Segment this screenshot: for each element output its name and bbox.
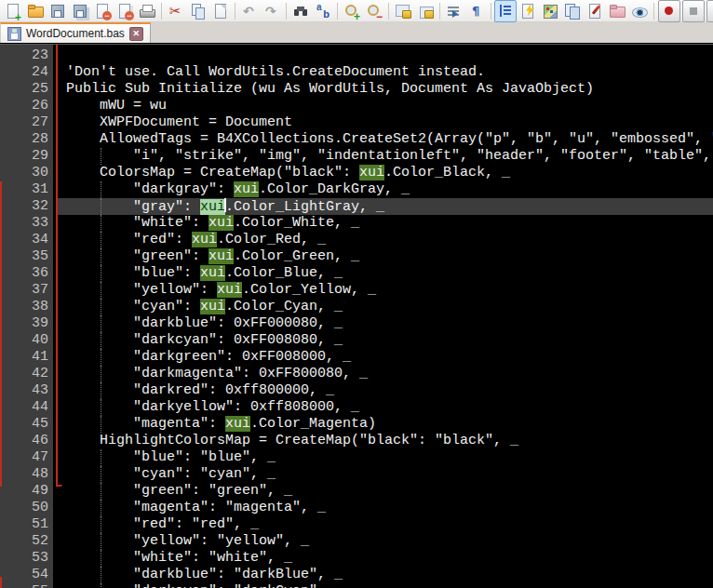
close-all-files-button[interactable] (114, 0, 136, 22)
zoom-in-button[interactable] (341, 0, 363, 22)
code-line[interactable]: "yellow": "yellow", _ (58, 533, 713, 550)
code-line[interactable]: "cyan": "cyan", _ (58, 466, 713, 483)
code-area[interactable]: 'Don't use. Call WordUtils.CreateDocumen… (58, 45, 713, 588)
close-tab-icon[interactable]: ✕ (129, 27, 143, 41)
line-number[interactable]: 31 (0, 181, 53, 198)
lock-all-button[interactable] (414, 0, 437, 22)
redo-button[interactable] (261, 0, 283, 22)
code-line[interactable]: "darkred": 0xff800000, _ (58, 382, 713, 399)
line-number[interactable]: 51 (0, 516, 53, 533)
code-line[interactable]: mWU = wu (58, 98, 713, 114)
code-line[interactable]: "green": "green", _ (58, 483, 713, 500)
code-line[interactable]: "magenta": xui.Color_Magenta) (58, 416, 713, 433)
code-line[interactable]: "darkcyan": 0xFF008080, _ (58, 332, 713, 349)
code-line[interactable]: Public Sub Initialize (wu As WordUtils, … (58, 81, 713, 98)
code-line[interactable]: "blue": "blue", _ (58, 449, 713, 466)
code-line[interactable]: "darkblue": "darkBlue", _ (58, 567, 713, 583)
cut-button[interactable] (165, 0, 187, 22)
line-number[interactable]: 32 (0, 198, 53, 215)
line-number[interactable]: 46 (0, 433, 53, 449)
code-line[interactable] (58, 47, 713, 64)
paste-button[interactable] (209, 0, 232, 22)
outline-button[interactable] (494, 0, 517, 22)
tab-worddocument[interactable]: WordDocument.bas ✕ (0, 22, 151, 43)
designer-button[interactable] (539, 0, 561, 22)
line-number[interactable]: 30 (0, 165, 53, 181)
code-line[interactable]: AllowedTags = B4XCollections.CreateSet2(… (58, 131, 713, 148)
line-number[interactable]: 36 (0, 265, 53, 282)
line-number[interactable]: 26 (0, 98, 53, 114)
line-number[interactable]: 34 (0, 232, 53, 248)
wrap-lines-button[interactable] (443, 0, 465, 22)
line-number[interactable]: 35 (0, 248, 53, 265)
line-number[interactable]: 27 (0, 114, 53, 131)
line-number[interactable]: 24 (0, 64, 53, 81)
code-line[interactable]: "darkgreen": 0xFF008000, _ (58, 349, 713, 366)
code-line[interactable]: "yellow": xui.Color_Yellow, _ (58, 282, 713, 299)
print-button[interactable] (136, 0, 158, 22)
save-all-button[interactable] (69, 0, 91, 22)
new-file-button[interactable] (2, 0, 24, 22)
line-number[interactable]: 25 (0, 81, 53, 98)
save-button[interactable] (47, 0, 69, 22)
line-number[interactable]: 29 (0, 148, 53, 165)
line-number[interactable]: 50 (0, 500, 53, 516)
edit-script-button[interactable] (584, 0, 606, 22)
open-folder-button[interactable] (24, 0, 47, 22)
line-number[interactable]: 53 (0, 550, 53, 567)
find-button[interactable] (289, 0, 312, 22)
line-number[interactable]: 44 (0, 399, 53, 416)
code-line[interactable]: "darkyellow": 0xff808000, _ (58, 399, 713, 416)
code-editor[interactable]: 2324252627282930313233343536373839404142… (0, 44, 713, 588)
line-number[interactable]: 47 (0, 449, 53, 466)
line-number[interactable]: 39 (0, 315, 53, 332)
paragraph-marks-button[interactable] (465, 0, 488, 22)
code-line[interactable]: "red": "red", _ (58, 516, 713, 533)
code-line[interactable]: "white": "white", _ (58, 550, 713, 567)
undo-button[interactable] (238, 0, 261, 22)
code-line[interactable]: "darkcyan": "darkCyan", _ (58, 583, 713, 588)
zoom-out-button[interactable] (363, 0, 385, 22)
code-line[interactable]: 'Don't use. Call WordUtils.CreateDocumen… (58, 64, 713, 81)
preview-button[interactable] (628, 0, 651, 22)
code-line[interactable]: HighlightColorsMap = CreateMap("black": … (58, 433, 713, 449)
line-number[interactable]: 37 (0, 282, 53, 299)
line-number[interactable]: 54 (0, 567, 53, 583)
code-line[interactable]: "blue": xui.Color_Blue, _ (58, 265, 713, 282)
line-number-gutter[interactable]: 2324252627282930313233343536373839404142… (0, 45, 53, 588)
code-line[interactable]: "white": xui.Color_White, _ (58, 215, 713, 232)
line-number[interactable]: 41 (0, 349, 53, 366)
code-line[interactable]: ColorsMap = CreateMap("black": xui.Color… (58, 165, 713, 181)
code-line[interactable]: XWPFDocument = Document (58, 114, 713, 131)
code-line[interactable]: "green": xui.Color_Green, _ (58, 248, 713, 265)
line-number[interactable]: 49 (0, 483, 53, 500)
play-button[interactable] (706, 0, 713, 22)
line-number[interactable]: 23 (0, 47, 53, 64)
replace-button[interactable] (312, 0, 334, 22)
code-line[interactable]: "cyan": xui.Color_Cyan, _ (58, 299, 713, 315)
modules-folder-button[interactable] (606, 0, 628, 22)
code-line[interactable]: "red": xui.Color_Red, _ (58, 232, 713, 248)
code-line[interactable]: "magenta": "magenta", _ (58, 500, 713, 516)
line-number[interactable]: 28 (0, 131, 53, 148)
close-file-button[interactable] (91, 0, 114, 22)
line-number[interactable]: 48 (0, 466, 53, 483)
code-line[interactable]: "darkmagenta": 0xFF800080, _ (58, 366, 713, 382)
stop-button[interactable] (682, 0, 705, 22)
code-line[interactable]: "gray": xui.Color_LightGray, _ (58, 198, 713, 215)
line-number[interactable]: 33 (0, 215, 53, 232)
copy-button[interactable] (187, 0, 209, 22)
record-button[interactable] (658, 0, 680, 22)
code-line[interactable]: "darkgray": xui.Color_DarkGray, _ (58, 181, 713, 198)
line-number[interactable]: 40 (0, 332, 53, 349)
line-number[interactable]: 43 (0, 382, 53, 399)
code-line[interactable]: "i", "strike", "img", "indentationleft",… (58, 148, 713, 165)
line-number[interactable]: 45 (0, 416, 53, 433)
line-number[interactable]: 52 (0, 533, 53, 550)
line-number[interactable]: 38 (0, 299, 53, 315)
line-number[interactable]: 42 (0, 366, 53, 382)
duplicate-button[interactable] (561, 0, 584, 22)
code-line[interactable]: "darkblue": 0xFF000080, _ (58, 315, 713, 332)
quick-code-button[interactable] (517, 0, 539, 22)
lock-button[interactable] (392, 0, 414, 22)
